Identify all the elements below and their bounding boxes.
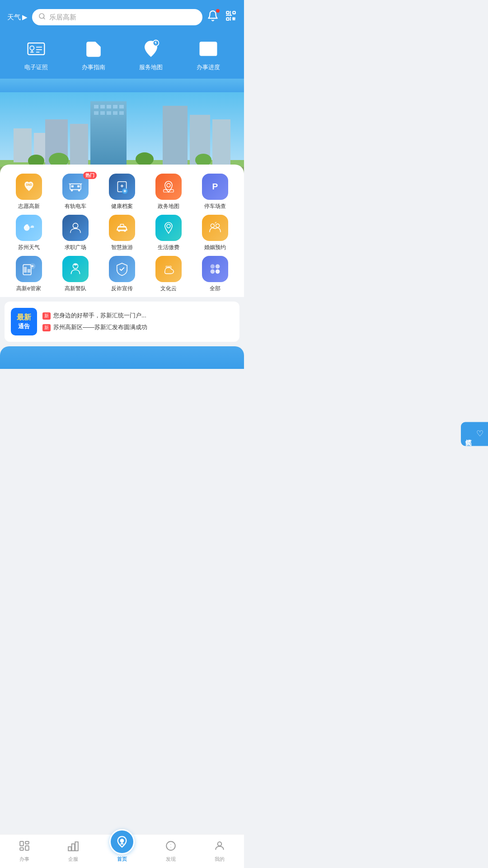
search-icon [38, 13, 46, 22]
news-list: 新您身边的好帮手，苏新汇统一门户...新苏州高新区——苏新汇发布圆满成功 [42, 311, 233, 331]
service-label-rail-transit: 有轨电车 [65, 203, 86, 210]
quick-action-affairs-guide[interactable]: 办事指南 [82, 37, 105, 71]
service-map-icon [139, 37, 163, 61]
news-item-0[interactable]: 新您身边的好帮手，苏新汇统一门户... [42, 311, 233, 320]
service-icon-volunteer: SND [16, 174, 42, 200]
svg-rect-26 [100, 105, 105, 108]
svg-point-84 [216, 269, 220, 274]
svg-rect-79 [74, 264, 77, 265]
svg-point-69 [167, 224, 170, 228]
notification-dot [216, 9, 220, 13]
service-icon-culture-cloud: SND [155, 256, 182, 282]
svg-point-14 [150, 46, 152, 49]
service-label-anti-fraud: 反诈宣传 [111, 285, 133, 292]
weather-button[interactable]: 天气 ▶ [7, 13, 28, 22]
service-item-gov-map[interactable]: 政务地图 [146, 174, 191, 210]
service-icon-anti-fraud [109, 256, 135, 282]
service-item-rail-transit[interactable]: 热门 有轨电车 [53, 174, 98, 210]
service-item-anti-fraud[interactable]: 反诈宣传 [99, 256, 144, 292]
quick-action-affairs-guide-label: 办事指南 [82, 63, 105, 71]
quick-action-affairs-progress-label: 办事进度 [197, 63, 220, 71]
service-label-life-payment: 生活缴费 [158, 244, 179, 251]
svg-point-71 [216, 224, 220, 227]
svg-point-81 [211, 264, 215, 269]
svg-rect-3 [233, 11, 235, 14]
svg-rect-31 [100, 111, 105, 115]
svg-point-42 [136, 152, 154, 166]
svg-rect-2 [226, 11, 229, 14]
service-item-police[interactable]: 高新警队 [53, 256, 98, 292]
weather-label: 天气 [7, 13, 21, 22]
service-item-parking[interactable]: P 停车场查 [193, 174, 238, 210]
service-item-life-payment[interactable]: 生活缴费 [146, 215, 191, 251]
scan-button[interactable] [225, 10, 237, 24]
news-badge-bottom: 通告 [15, 322, 33, 330]
service-label-all: 全部 [210, 285, 221, 292]
search-placeholder: 乐居高新 [49, 13, 76, 22]
svg-rect-35 [163, 106, 188, 165]
svg-rect-74 [27, 269, 30, 273]
service-icon-police [62, 256, 89, 282]
service-label-gov-map: 政务地图 [158, 203, 179, 210]
news-text: 您身边的好帮手，苏新汇统一门户... [53, 311, 146, 320]
service-icon-marriage [202, 215, 228, 241]
quick-action-affairs-progress[interactable]: 办事进度 [197, 37, 220, 71]
news-tag: 新 [42, 324, 51, 331]
quick-action-service-map[interactable]: 服务地图 [139, 37, 163, 71]
service-item-marriage[interactable]: 婚姻预约 [193, 215, 238, 251]
service-label-suzhou-weather: 苏州天气 [18, 244, 40, 251]
news-section: 最新 通告 新您身边的好帮手，苏新汇统一门户...新苏州高新区——苏新汇发布圆满… [5, 302, 239, 342]
affairs-progress-icon [197, 37, 220, 61]
svg-point-82 [216, 264, 220, 269]
service-label-smart-tourism: 智慧旅游 [111, 244, 133, 251]
svg-rect-24 [90, 101, 127, 165]
service-item-health-records[interactable]: 健康档案 [99, 174, 144, 210]
svg-point-68 [124, 230, 126, 232]
quick-action-service-map-label: 服务地图 [139, 63, 163, 71]
svg-point-70 [211, 224, 215, 227]
service-item-all[interactable]: 全部 [193, 256, 238, 292]
service-item-volunteer[interactable]: SND 志愿高新 [6, 174, 51, 210]
service-item-job-plaza[interactable]: 求职广场 [53, 215, 98, 251]
header-icons [207, 10, 237, 24]
service-item-e-manager[interactable]: 高新e管家 [6, 256, 51, 292]
svg-line-1 [43, 18, 45, 19]
city-banner [0, 79, 244, 174]
service-icon-smart-tourism [109, 215, 135, 241]
hot-badge: 热门 [83, 172, 97, 179]
news-badge-top: 最新 [15, 312, 33, 322]
svg-text:P: P [212, 182, 218, 191]
services-section: SND 志愿高新热门 有轨电车 健康档案 政务地图 P 停车场查 [0, 165, 244, 297]
service-icon-health-records [109, 174, 135, 200]
svg-point-47 [70, 189, 73, 192]
news-badge: 最新 通告 [11, 308, 37, 335]
svg-rect-37 [212, 119, 230, 165]
svg-rect-4 [226, 18, 229, 20]
electronic-id-icon [24, 37, 48, 61]
header: 天气 ▶ 乐居高新 [0, 0, 244, 79]
service-item-smart-tourism[interactable]: 智慧旅游 [99, 215, 144, 251]
svg-rect-30 [94, 111, 99, 115]
service-label-job-plaza: 求职广场 [65, 244, 86, 251]
service-label-e-manager: 高新e管家 [16, 285, 41, 292]
service-icon-job-plaza [62, 215, 89, 241]
service-label-police: 高新警队 [65, 285, 86, 292]
service-label-parking: 停车场查 [204, 203, 226, 210]
quick-action-electronic-id-label: 电子证照 [24, 63, 48, 71]
service-item-culture-cloud[interactable]: SND 文化云 [146, 256, 191, 292]
news-text: 苏州高新区——苏新汇发布圆满成功 [53, 323, 147, 331]
affairs-guide-icon [82, 37, 105, 61]
svg-point-6 [30, 46, 34, 50]
svg-rect-22 [14, 128, 32, 162]
quick-action-electronic-id[interactable]: 电子证照 [24, 37, 48, 71]
notification-button[interactable] [207, 10, 219, 24]
weather-arrow: ▶ [22, 13, 28, 21]
svg-rect-49 [71, 185, 74, 188]
svg-rect-32 [107, 111, 111, 115]
svg-text:SND: SND [26, 183, 32, 186]
search-bar[interactable]: 乐居高新 [32, 9, 202, 25]
news-item-1[interactable]: 新苏州高新区——苏新汇发布圆满成功 [42, 323, 233, 331]
svg-rect-27 [107, 105, 111, 108]
service-label-volunteer: 志愿高新 [18, 203, 40, 210]
service-item-suzhou-weather[interactable]: 苏州天气 [6, 215, 51, 251]
